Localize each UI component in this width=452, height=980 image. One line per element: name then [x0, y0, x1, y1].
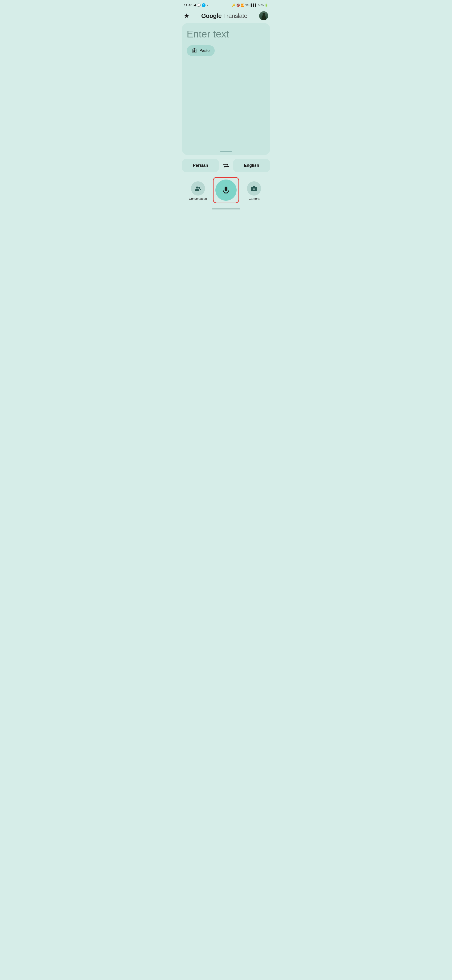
nav-icon: ◀	[193, 3, 196, 7]
svg-point-3	[196, 186, 198, 188]
key-icon: 🔑	[232, 3, 235, 7]
microphone-nav-item[interactable]	[212, 177, 240, 205]
title-translate: Translate	[222, 12, 247, 19]
status-left: 11:45 ◀ 💬 S •	[184, 3, 208, 7]
svg-rect-11	[253, 186, 255, 187]
svg-rect-5	[225, 186, 227, 191]
whatsapp-icon: 💬	[197, 3, 201, 7]
conversation-icon	[195, 185, 201, 192]
avatar-image	[259, 11, 268, 20]
camera-label: Camera	[249, 197, 259, 200]
favorites-button[interactable]: ★	[184, 12, 189, 19]
conversation-nav-item[interactable]: Conversation	[184, 181, 212, 200]
lte-label: VOL	[245, 4, 250, 6]
battery-icon: 🔋	[265, 3, 268, 7]
bottom-navigation: Conversation Camera	[180, 174, 272, 207]
battery-percentage: 58%	[258, 3, 264, 7]
target-language-button[interactable]: English	[233, 159, 270, 172]
app-header: ★ Google Translate	[180, 10, 272, 23]
paste-button[interactable]: Paste	[187, 45, 215, 56]
skype-icon: S	[202, 3, 206, 7]
user-avatar[interactable]	[259, 11, 268, 20]
status-bar: 11:45 ◀ 💬 S • 🔑 🔇 📶 VOL ▋▋▋ 58% 🔋	[180, 0, 272, 10]
microphone-button[interactable]	[216, 180, 236, 201]
source-language-button[interactable]: Persian	[182, 159, 219, 172]
title-google: Google	[201, 12, 222, 19]
status-right: 🔑 🔇 📶 VOL ▋▋▋ 58% 🔋	[232, 3, 268, 7]
home-indicator	[180, 207, 272, 210]
camera-icon	[251, 185, 257, 192]
svg-rect-1	[193, 51, 195, 51]
drag-handle	[220, 151, 232, 152]
mute-icon: 🔇	[236, 3, 240, 7]
time-display: 11:45	[184, 3, 192, 7]
conversation-label: Conversation	[189, 197, 207, 200]
language-selector-bar: Persian English	[180, 155, 272, 174]
dot-icon: •	[207, 3, 208, 7]
svg-point-10	[253, 188, 255, 189]
swap-languages-button[interactable]	[221, 161, 231, 170]
svg-point-4	[198, 187, 200, 188]
wifi-icon: 📶	[241, 3, 244, 7]
microphone-icon	[222, 186, 230, 194]
camera-nav-item[interactable]: Camera	[240, 181, 268, 200]
input-placeholder: Enter text	[187, 29, 265, 40]
paste-label: Paste	[200, 48, 209, 53]
swap-icon	[223, 163, 229, 168]
conversation-icon-circle	[191, 181, 205, 196]
clipboard-icon	[192, 48, 197, 53]
app-title: Google Translate	[201, 12, 247, 19]
svg-rect-0	[194, 49, 195, 49]
camera-icon-circle	[247, 181, 261, 196]
home-bar	[212, 208, 240, 209]
mic-highlight-box	[213, 177, 239, 203]
signal-icon: ▋▋▋	[251, 3, 257, 7]
text-input-area[interactable]: Enter text Paste	[182, 23, 270, 155]
svg-rect-2	[193, 52, 195, 52]
